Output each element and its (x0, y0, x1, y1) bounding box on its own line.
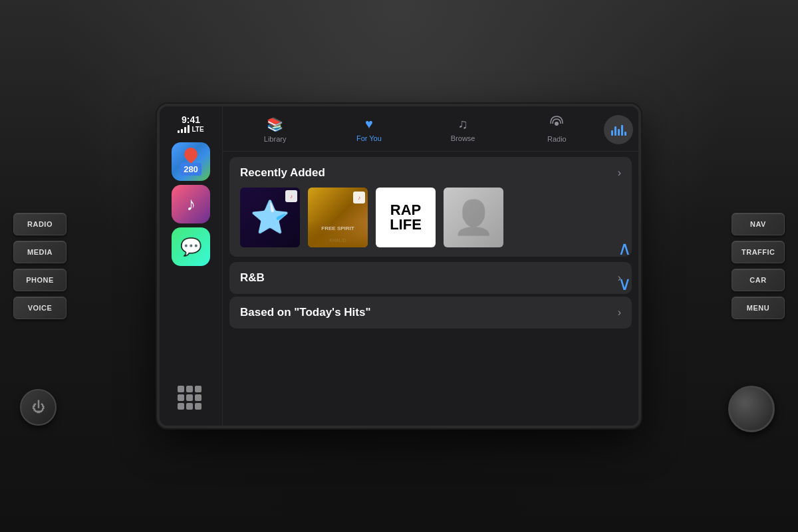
scroll-down-arrow[interactable]: ∨ (618, 273, 632, 295)
left-panel: RADIO MEDIA PHONE VOICE (13, 213, 66, 319)
nav-tabs: 📚 Library ♥ For You ♫ Browse (223, 106, 638, 152)
voice-button[interactable]: VOICE (13, 297, 66, 319)
grid-dot-8 (186, 403, 193, 410)
grid-dot-5 (186, 394, 193, 401)
album-art-star[interactable]: ♪ (240, 188, 300, 247)
radio-button[interactable]: RADIO (13, 213, 66, 235)
recently-added-section: Recently Added › ♪ ♪ FREE SPIRIT KHALID (229, 157, 632, 257)
radio-label: Radio (547, 135, 567, 143)
grid-dot-1 (178, 386, 184, 392)
album-art-rap-life[interactable]: RAP LIFE (376, 188, 436, 247)
right-panel: NAV TRAFFIC CAR MENU (732, 213, 785, 319)
signal-bar-2 (181, 129, 183, 133)
scroll-up-arrow[interactable]: ∧ (618, 237, 632, 259)
album-art-silhouette[interactable] (444, 188, 503, 247)
radio-wave-icon (549, 116, 565, 132)
screen-sidebar: 9:41 LTE 280 (160, 106, 223, 426)
grid-dot-6 (195, 394, 201, 401)
library-icon: 📚 (267, 116, 283, 132)
recently-added-title: Recently Added (240, 166, 325, 180)
album-art-khalid[interactable]: ♪ FREE SPIRIT KHALID (308, 188, 368, 247)
albums-row: ♪ ♪ FREE SPIRIT KHALID RAP (240, 188, 621, 247)
music-app-icon[interactable] (172, 185, 210, 223)
media-button[interactable]: MEDIA (13, 241, 66, 263)
infotainment-screen: 9:41 LTE 280 (160, 106, 638, 426)
eq-bar-1 (611, 130, 613, 136)
eq-bar-5 (624, 132, 626, 136)
khalid-text: FREE SPIRIT KHALID (311, 221, 365, 245)
grid-dot-3 (195, 386, 201, 392)
rnb-title: R&B (240, 271, 265, 285)
eq-bar-4 (621, 125, 623, 136)
apple-music-badge-2: ♪ (353, 192, 365, 203)
for-you-label: For You (356, 134, 382, 142)
scroll-arrows: ∧ ∨ (618, 237, 632, 295)
tab-browse[interactable]: ♫ Browse (416, 114, 510, 145)
power-button[interactable] (20, 389, 57, 426)
rap-text: RAP (390, 203, 422, 217)
svg-point-0 (555, 122, 559, 126)
menu-button[interactable]: MENU (732, 297, 785, 319)
nav-button[interactable]: NAV (732, 213, 785, 235)
status-bar: 9:41 LTE (178, 114, 203, 133)
rnb-section[interactable]: R&B › (229, 262, 632, 294)
library-label: Library (264, 135, 287, 143)
network-label: LTE (192, 126, 203, 133)
recently-added-header: Recently Added › (240, 166, 621, 180)
now-playing-button[interactable] (604, 115, 633, 144)
traffic-button[interactable]: TRAFFIC (732, 241, 785, 263)
signal-bar-1 (178, 130, 180, 133)
tab-radio[interactable]: Radio (510, 113, 604, 146)
phone-button[interactable]: PHONE (13, 269, 66, 291)
screen-main: 📚 Library ♥ For You ♫ Browse (223, 106, 638, 426)
browse-label: Browse (451, 134, 475, 142)
khalid-album-title: FREE SPIRIT (321, 225, 354, 231)
eq-bar-3 (618, 129, 620, 136)
khalid-artist-name: KHALID (329, 238, 346, 243)
all-apps-button[interactable] (178, 386, 204, 412)
signal-bars (178, 125, 190, 133)
signal-bar-4 (188, 125, 190, 133)
maps-app-icon[interactable]: 280 (172, 142, 210, 181)
browse-icon: ♫ (458, 116, 468, 132)
tab-for-you[interactable]: ♥ For You (322, 114, 416, 145)
messages-app-icon[interactable] (172, 227, 210, 266)
volume-knob[interactable] (728, 386, 775, 432)
signal-info: LTE (178, 125, 203, 133)
grid-dot-9 (195, 403, 201, 410)
rap-life-text: RAP LIFE (390, 203, 422, 232)
content-area: Recently Added › ♪ ♪ FREE SPIRIT KHALID (223, 152, 638, 426)
eq-bar-2 (614, 126, 616, 136)
grid-dot-7 (178, 403, 184, 410)
for-you-heart-icon: ♥ (365, 116, 373, 132)
apple-music-badge-1: ♪ (285, 190, 297, 202)
tab-library[interactable]: 📚 Library (228, 114, 322, 146)
grid-dot-4 (178, 394, 184, 401)
time-display: 9:41 (178, 114, 203, 125)
car-button[interactable]: CAR (732, 269, 785, 291)
maps-road-label: 280 (180, 163, 201, 176)
based-on-title: Based on "Today's Hits" (240, 306, 371, 319)
based-on-arrow[interactable]: › (618, 307, 621, 319)
recently-added-arrow[interactable]: › (618, 167, 621, 179)
based-on-section[interactable]: Based on "Today's Hits" › (229, 297, 632, 329)
life-text: LIFE (390, 217, 422, 232)
signal-bar-3 (184, 127, 186, 133)
equalizer-icon (611, 124, 626, 136)
car-dashboard: RADIO MEDIA PHONE VOICE 9:41 LTE (0, 0, 798, 532)
grid-dot-2 (186, 386, 193, 392)
